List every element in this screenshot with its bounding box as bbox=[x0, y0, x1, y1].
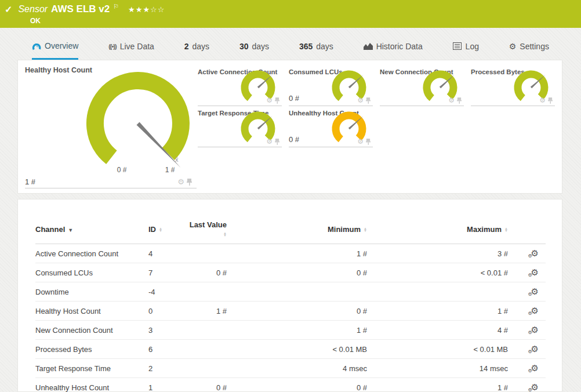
tab-overview[interactable]: Overview bbox=[32, 38, 78, 60]
small-gauge-card: New Connection Count ⚙ bbox=[380, 65, 464, 106]
tab-label: days bbox=[316, 42, 333, 51]
tab-2-days[interactable]: 2 days bbox=[184, 38, 209, 60]
column-label: Minimum bbox=[328, 225, 361, 234]
cell-maximum: 14 msec bbox=[367, 359, 508, 378]
pin-icon[interactable] bbox=[366, 97, 371, 104]
column-header-last-value[interactable]: Last Value▲▼ bbox=[186, 216, 227, 244]
cell-channel[interactable]: Healthy Host Count bbox=[35, 302, 148, 321]
cell-minimum: < 0.01 MB bbox=[227, 340, 367, 359]
channel-settings-button[interactable]: ⚙⚙ bbox=[508, 321, 546, 340]
channel-settings-icon: ⚙⚙ bbox=[531, 268, 539, 277]
cell-last-value bbox=[186, 244, 227, 263]
gauges-panel: Healthy Host Count 0 # 1 # x̄ 1 # ⚙ Acti… bbox=[17, 60, 562, 194]
gear-icon[interactable]: ⚙ bbox=[266, 137, 273, 146]
table-row[interactable]: Unhealthy Host Count 1 0 # 0 # 1 # ⚙⚙ bbox=[35, 378, 546, 392]
cell-maximum: < 0.01 MB bbox=[367, 340, 508, 359]
column-label: ID bbox=[148, 225, 156, 234]
channel-settings-button[interactable]: ⚙⚙ bbox=[508, 302, 546, 321]
cell-channel[interactable]: Unhealthy Host Count bbox=[35, 378, 148, 392]
gear-icon: ⚙ bbox=[509, 42, 517, 50]
gear-icon[interactable]: ⚙ bbox=[357, 96, 364, 104]
column-header-id[interactable]: ID▲▼ bbox=[148, 216, 186, 244]
table-row[interactable]: Downtime -4 ⚙⚙ bbox=[35, 282, 546, 302]
cell-id: 7 bbox=[148, 263, 186, 282]
channel-settings-icon: ⚙⚙ bbox=[531, 325, 539, 334]
sort-icon: ▲▼ bbox=[504, 227, 508, 232]
channel-settings-button[interactable]: ⚙⚙ bbox=[508, 263, 546, 282]
tab-label: days bbox=[192, 42, 209, 51]
gear-icon[interactable]: ⚙ bbox=[266, 96, 273, 104]
gear-icon[interactable]: ⚙ bbox=[357, 137, 364, 146]
pin-icon[interactable] bbox=[548, 97, 553, 104]
live-signal-icon: ((•)) bbox=[108, 43, 117, 50]
cell-last-value bbox=[186, 321, 227, 340]
priority-stars[interactable]: ★★★☆☆ bbox=[128, 5, 165, 14]
gear-icon[interactable]: ⚙ bbox=[177, 177, 184, 186]
sensor-name: AWS ELB v2 bbox=[51, 3, 110, 15]
status-check-icon: ✓ bbox=[5, 4, 12, 15]
cell-maximum bbox=[367, 282, 508, 302]
gauge-value: 0 # bbox=[289, 94, 299, 103]
small-gauge-card: Unhealthy Host Count 0 # ⚙ bbox=[289, 106, 373, 147]
channel-settings-icon: ⚙⚙ bbox=[531, 383, 539, 391]
tab-log[interactable]: Log bbox=[453, 38, 479, 60]
channel-settings-button[interactable]: ⚙⚙ bbox=[508, 340, 546, 359]
tab-30-days[interactable]: 30 days bbox=[239, 38, 269, 60]
table-header-row: Channel▼ ID▲▼ Last Value▲▼ Minimum▲▼ Max… bbox=[35, 216, 546, 244]
log-list-icon bbox=[453, 42, 462, 50]
table-row[interactable]: Active Connection Count 4 1 # 3 # ⚙⚙ bbox=[35, 244, 546, 263]
channel-settings-button[interactable]: ⚙⚙ bbox=[508, 359, 546, 378]
primary-gauge-card: Healthy Host Count 0 # 1 # x̄ 1 # ⚙ bbox=[25, 60, 197, 188]
channels-panel: Channel▼ ID▲▼ Last Value▲▼ Minimum▲▼ Max… bbox=[17, 199, 562, 392]
table-row[interactable]: New Connection Count 3 1 # 4 # ⚙⚙ bbox=[35, 321, 546, 340]
object-kind-label: Sensor bbox=[18, 4, 48, 14]
channel-settings-button[interactable]: ⚙⚙ bbox=[508, 378, 546, 392]
small-gauge-card: Processed Bytes ⚙ bbox=[471, 65, 555, 106]
column-label: Maximum bbox=[467, 225, 502, 234]
column-header-channel[interactable]: Channel▼ bbox=[35, 216, 148, 244]
pin-icon[interactable] bbox=[275, 97, 279, 104]
tab-365-days[interactable]: 365 days bbox=[299, 38, 333, 60]
cell-id: 6 bbox=[148, 340, 186, 359]
cell-id: 3 bbox=[148, 321, 186, 340]
cell-minimum: 4 msec bbox=[227, 359, 367, 378]
flag-icon[interactable]: ⚐ bbox=[113, 3, 119, 10]
table-row[interactable]: Processed Bytes 6 < 0.01 MB < 0.01 MB ⚙⚙ bbox=[35, 340, 546, 359]
channel-settings-button[interactable]: ⚙⚙ bbox=[508, 244, 546, 263]
gauge-mean-marker: x̄ bbox=[175, 156, 179, 163]
cell-channel[interactable]: Active Connection Count bbox=[35, 244, 148, 263]
tab-label: Historic Data bbox=[376, 42, 423, 51]
tab-live-data[interactable]: ((•)) Live Data bbox=[108, 38, 154, 60]
channel-settings-icon: ⚙⚙ bbox=[531, 306, 539, 315]
channel-settings-icon: ⚙⚙ bbox=[531, 344, 539, 353]
cell-minimum bbox=[227, 282, 367, 302]
cell-last-value: 0 # bbox=[186, 378, 227, 392]
pin-icon[interactable] bbox=[366, 139, 371, 145]
cell-channel[interactable]: Consumed LCUs bbox=[35, 263, 148, 282]
cell-channel[interactable]: New Connection Count bbox=[35, 321, 148, 340]
column-header-maximum[interactable]: Maximum▲▼ bbox=[367, 216, 508, 244]
gear-icon[interactable]: ⚙ bbox=[448, 96, 455, 104]
tab-label: Settings bbox=[520, 42, 549, 51]
cell-last-value bbox=[186, 340, 227, 359]
table-row[interactable]: Healthy Host Count 0 1 # 0 # 1 # ⚙⚙ bbox=[35, 302, 546, 321]
cell-minimum: 0 # bbox=[227, 302, 367, 321]
gear-icon[interactable]: ⚙ bbox=[539, 96, 546, 104]
tab-historic-data[interactable]: Historic Data bbox=[364, 38, 423, 60]
cell-channel[interactable]: Processed Bytes bbox=[35, 340, 148, 359]
table-row[interactable]: Consumed LCUs 7 0 # 0 # < 0.01 # ⚙⚙ bbox=[35, 263, 546, 282]
cell-maximum: < 0.01 # bbox=[367, 263, 508, 282]
sort-icon: ▲▼ bbox=[364, 227, 367, 232]
pin-icon[interactable] bbox=[457, 97, 462, 104]
pin-icon[interactable] bbox=[275, 139, 279, 145]
cell-channel[interactable]: Target Response Time bbox=[35, 359, 148, 378]
table-row[interactable]: Target Response Time 2 4 msec 14 msec ⚙⚙ bbox=[35, 359, 546, 378]
column-header-minimum[interactable]: Minimum▲▼ bbox=[227, 216, 367, 244]
small-gauge-card: Active Connection Count ⚙ bbox=[198, 65, 282, 106]
small-gauge-card: Consumed LCUs 0 # ⚙ bbox=[289, 65, 373, 106]
channel-settings-button[interactable]: ⚙⚙ bbox=[508, 282, 546, 302]
pin-icon[interactable] bbox=[187, 179, 192, 186]
cell-channel[interactable]: Downtime bbox=[35, 282, 148, 302]
cell-last-value bbox=[186, 359, 227, 378]
tab-settings[interactable]: ⚙ Settings bbox=[509, 38, 549, 60]
